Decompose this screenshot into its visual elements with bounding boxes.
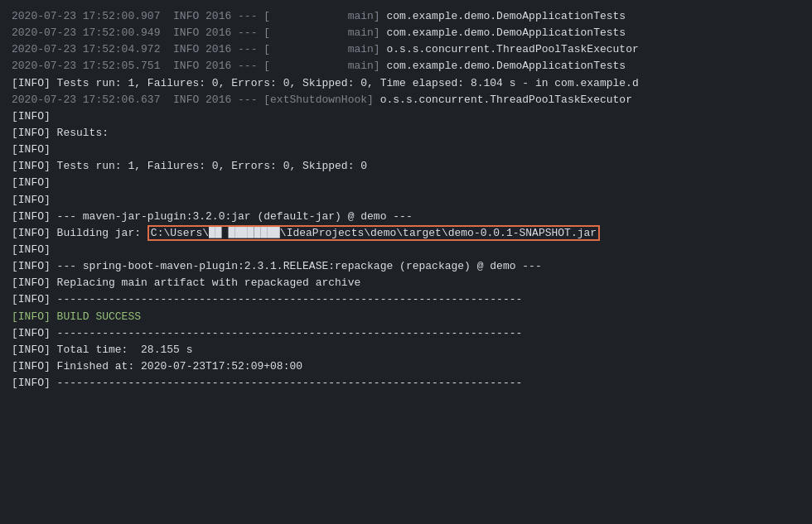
log-line-12: [INFO] <box>12 192 800 209</box>
log-line-2: 2020-07-23 17:52:00.949 INFO 2016 --- [ … <box>12 25 800 41</box>
log-line-10: [INFO] Tests run: 1, Failures: 0, Errors… <box>12 158 800 175</box>
log-line-16: [INFO] --- spring-boot-maven-plugin:2.3.… <box>12 258 800 275</box>
jar-path-highlight: C:\Users\██ ████████\IdeaProjects\demo\t… <box>147 225 600 241</box>
log-line-23: [INFO] ---------------------------------… <box>12 375 800 392</box>
log-line-22: [INFO] Finished at: 2020-07-23T17:52:09+… <box>12 358 800 375</box>
terminal-window: 2020-07-23 17:52:00.907 INFO 2016 --- [ … <box>0 0 812 524</box>
log-line-8: [INFO] Results: <box>12 125 800 142</box>
log-line-4: 2020-07-23 17:52:05.751 INFO 2016 --- [ … <box>12 58 800 75</box>
log-line-21: [INFO] Total time: 28.155 s <box>12 342 800 358</box>
log-line-13: [INFO] --- maven-jar-plugin:3.2.0:jar (d… <box>12 209 800 225</box>
log-line-20: [INFO] ---------------------------------… <box>12 325 800 342</box>
log-line-1: 2020-07-23 17:52:00.907 INFO 2016 --- [ … <box>12 8 800 25</box>
log-line-18: [INFO] ---------------------------------… <box>12 291 800 308</box>
log-line-15: [INFO] <box>12 242 800 258</box>
log-line-11: [INFO] <box>12 175 800 191</box>
log-line-14: [INFO] Building jar: C:\Users\██ ███████… <box>12 225 800 242</box>
log-line-5: [INFO] Tests run: 1, Failures: 0, Errors… <box>12 75 800 92</box>
log-line-7: [INFO] <box>12 108 800 125</box>
log-line-17: [INFO] Replacing main artifact with repa… <box>12 275 800 291</box>
log-line-9: [INFO] <box>12 142 800 158</box>
log-line-19: [INFO] BUILD SUCCESS <box>12 309 800 325</box>
log-line-6: 2020-07-23 17:52:06.637 INFO 2016 --- [e… <box>12 92 800 108</box>
log-line-3: 2020-07-23 17:52:04.972 INFO 2016 --- [ … <box>12 41 800 58</box>
